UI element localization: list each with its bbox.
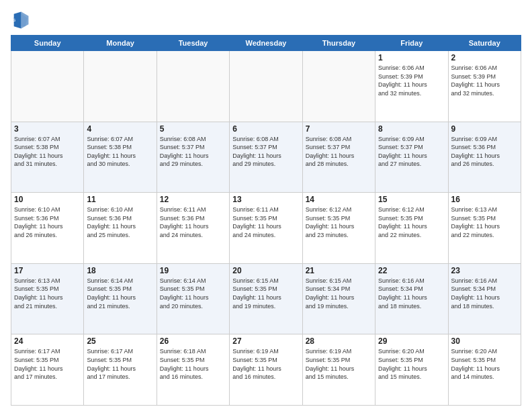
calendar-cell: 23Sunrise: 6:16 AM Sunset: 5:34 PM Dayli…: [448, 263, 521, 334]
calendar-cell: 9Sunrise: 6:09 AM Sunset: 5:36 PM Daylig…: [448, 122, 521, 193]
day-info: Sunrise: 6:17 AM Sunset: 5:35 PM Dayligh…: [87, 347, 153, 381]
day-info: Sunrise: 6:19 AM Sunset: 5:35 PM Dayligh…: [306, 347, 372, 381]
calendar-cell: 20Sunrise: 6:15 AM Sunset: 5:35 PM Dayli…: [230, 263, 302, 334]
day-info: Sunrise: 6:09 AM Sunset: 5:37 PM Dayligh…: [378, 135, 445, 169]
day-info: Sunrise: 6:07 AM Sunset: 5:38 PM Dayligh…: [14, 135, 81, 169]
day-number: 8: [378, 124, 445, 134]
calendar-cell: 29Sunrise: 6:20 AM Sunset: 5:35 PM Dayli…: [375, 334, 448, 406]
day-info: Sunrise: 6:16 AM Sunset: 5:34 PM Dayligh…: [451, 277, 518, 310]
day-number: 12: [160, 195, 226, 204]
calendar-week-row: 17Sunrise: 6:13 AM Sunset: 5:35 PM Dayli…: [11, 263, 521, 334]
calendar-cell: 15Sunrise: 6:12 AM Sunset: 5:35 PM Dayli…: [375, 193, 448, 264]
day-info: Sunrise: 6:14 AM Sunset: 5:35 PM Dayligh…: [87, 277, 153, 310]
calendar-cell: 5Sunrise: 6:08 AM Sunset: 5:37 PM Daylig…: [157, 122, 229, 193]
calendar-cell: 17Sunrise: 6:13 AM Sunset: 5:35 PM Dayli…: [11, 263, 84, 334]
calendar-cell: 13Sunrise: 6:11 AM Sunset: 5:35 PM Dayli…: [230, 193, 302, 264]
day-info: Sunrise: 6:18 AM Sunset: 5:35 PM Dayligh…: [160, 347, 226, 381]
logo: G: [11, 11, 31, 30]
day-number: 20: [232, 266, 299, 275]
day-of-week-header: Wednesday: [230, 36, 302, 51]
calendar-cell: 22Sunrise: 6:16 AM Sunset: 5:34 PM Dayli…: [375, 263, 448, 334]
day-number: 13: [232, 195, 299, 204]
calendar-week-row: 10Sunrise: 6:10 AM Sunset: 5:36 PM Dayli…: [11, 193, 521, 264]
svg-text:G: G: [13, 18, 15, 22]
day-info: Sunrise: 6:12 AM Sunset: 5:35 PM Dayligh…: [378, 205, 445, 239]
day-of-week-header: Saturday: [448, 36, 521, 51]
day-of-week-header: Tuesday: [157, 36, 229, 51]
day-info: Sunrise: 6:07 AM Sunset: 5:38 PM Dayligh…: [87, 135, 153, 169]
day-info: Sunrise: 6:12 AM Sunset: 5:35 PM Dayligh…: [306, 205, 372, 239]
calendar-header-row: SundayMondayTuesdayWednesdayThursdayFrid…: [11, 36, 521, 51]
day-number: 9: [451, 124, 518, 134]
day-info: Sunrise: 6:09 AM Sunset: 5:36 PM Dayligh…: [451, 135, 518, 169]
calendar-cell: 7Sunrise: 6:08 AM Sunset: 5:37 PM Daylig…: [302, 122, 375, 193]
day-number: 25: [87, 336, 153, 346]
day-number: 4: [87, 124, 153, 134]
calendar-week-row: 1Sunrise: 6:06 AM Sunset: 5:39 PM Daylig…: [11, 51, 521, 122]
calendar-cell: 30Sunrise: 6:20 AM Sunset: 5:35 PM Dayli…: [448, 334, 521, 406]
day-number: 29: [378, 336, 445, 346]
day-info: Sunrise: 6:17 AM Sunset: 5:35 PM Dayligh…: [14, 347, 81, 381]
calendar-cell: 18Sunrise: 6:14 AM Sunset: 5:35 PM Dayli…: [84, 263, 157, 334]
day-number: 15: [378, 195, 445, 204]
calendar-cell: 19Sunrise: 6:14 AM Sunset: 5:35 PM Dayli…: [157, 263, 229, 334]
day-info: Sunrise: 6:08 AM Sunset: 5:37 PM Dayligh…: [160, 135, 226, 169]
day-info: Sunrise: 6:11 AM Sunset: 5:35 PM Dayligh…: [232, 205, 299, 239]
calendar-cell: 14Sunrise: 6:12 AM Sunset: 5:35 PM Dayli…: [302, 193, 375, 264]
day-info: Sunrise: 6:20 AM Sunset: 5:35 PM Dayligh…: [378, 347, 445, 381]
day-number: 11: [87, 195, 153, 204]
day-info: Sunrise: 6:14 AM Sunset: 5:35 PM Dayligh…: [160, 277, 226, 310]
day-number: 16: [451, 195, 518, 204]
day-number: 14: [306, 195, 372, 204]
day-info: Sunrise: 6:08 AM Sunset: 5:37 PM Dayligh…: [232, 135, 299, 169]
header: G: [11, 8, 521, 30]
calendar-cell: 26Sunrise: 6:18 AM Sunset: 5:35 PM Dayli…: [157, 334, 229, 406]
day-info: Sunrise: 6:13 AM Sunset: 5:35 PM Dayligh…: [451, 205, 518, 239]
calendar-cell: [230, 51, 302, 122]
logo-icon: G: [11, 11, 30, 30]
calendar-cell: 25Sunrise: 6:17 AM Sunset: 5:35 PM Dayli…: [84, 334, 157, 406]
calendar-cell: [11, 51, 84, 122]
day-of-week-header: Thursday: [302, 36, 375, 51]
day-info: Sunrise: 6:16 AM Sunset: 5:34 PM Dayligh…: [378, 277, 445, 310]
calendar-cell: [84, 51, 157, 122]
calendar-cell: 6Sunrise: 6:08 AM Sunset: 5:37 PM Daylig…: [230, 122, 302, 193]
day-number: 10: [14, 195, 81, 204]
day-number: 22: [378, 266, 445, 275]
day-info: Sunrise: 6:10 AM Sunset: 5:36 PM Dayligh…: [14, 205, 81, 239]
day-number: 19: [160, 266, 226, 275]
day-info: Sunrise: 6:13 AM Sunset: 5:35 PM Dayligh…: [14, 277, 81, 310]
calendar-cell: 8Sunrise: 6:09 AM Sunset: 5:37 PM Daylig…: [375, 122, 448, 193]
calendar-week-row: 3Sunrise: 6:07 AM Sunset: 5:38 PM Daylig…: [11, 122, 521, 193]
calendar-week-row: 24Sunrise: 6:17 AM Sunset: 5:35 PM Dayli…: [11, 334, 521, 406]
day-number: 23: [451, 266, 518, 275]
day-info: Sunrise: 6:10 AM Sunset: 5:36 PM Dayligh…: [87, 205, 153, 239]
calendar-cell: 2Sunrise: 6:06 AM Sunset: 5:39 PM Daylig…: [448, 51, 521, 122]
day-number: 30: [451, 336, 518, 346]
day-info: Sunrise: 6:06 AM Sunset: 5:39 PM Dayligh…: [378, 64, 445, 97]
day-number: 5: [160, 124, 226, 134]
day-info: Sunrise: 6:15 AM Sunset: 5:35 PM Dayligh…: [232, 277, 299, 310]
calendar-cell: 12Sunrise: 6:11 AM Sunset: 5:36 PM Dayli…: [157, 193, 229, 264]
calendar-cell: 28Sunrise: 6:19 AM Sunset: 5:35 PM Dayli…: [302, 334, 375, 406]
calendar-cell: 3Sunrise: 6:07 AM Sunset: 5:38 PM Daylig…: [11, 122, 84, 193]
day-number: 3: [14, 124, 81, 134]
calendar-cell: [302, 51, 375, 122]
calendar-cell: 4Sunrise: 6:07 AM Sunset: 5:38 PM Daylig…: [84, 122, 157, 193]
day-of-week-header: Sunday: [11, 36, 84, 51]
day-of-week-header: Friday: [375, 36, 448, 51]
day-info: Sunrise: 6:19 AM Sunset: 5:35 PM Dayligh…: [232, 347, 299, 381]
calendar-cell: 16Sunrise: 6:13 AM Sunset: 5:35 PM Dayli…: [448, 193, 521, 264]
calendar-cell: 11Sunrise: 6:10 AM Sunset: 5:36 PM Dayli…: [84, 193, 157, 264]
day-number: 7: [306, 124, 372, 134]
calendar-cell: 21Sunrise: 6:15 AM Sunset: 5:34 PM Dayli…: [302, 263, 375, 334]
page: G SundayMondayTuesdayWednesdayThursdayFr…: [0, 0, 532, 411]
day-number: 1: [378, 53, 445, 62]
day-number: 2: [451, 53, 518, 62]
day-info: Sunrise: 6:11 AM Sunset: 5:36 PM Dayligh…: [160, 205, 226, 239]
day-info: Sunrise: 6:06 AM Sunset: 5:39 PM Dayligh…: [451, 64, 518, 97]
calendar-cell: 10Sunrise: 6:10 AM Sunset: 5:36 PM Dayli…: [11, 193, 84, 264]
day-number: 18: [87, 266, 153, 275]
day-number: 6: [232, 124, 299, 134]
calendar-cell: [157, 51, 229, 122]
